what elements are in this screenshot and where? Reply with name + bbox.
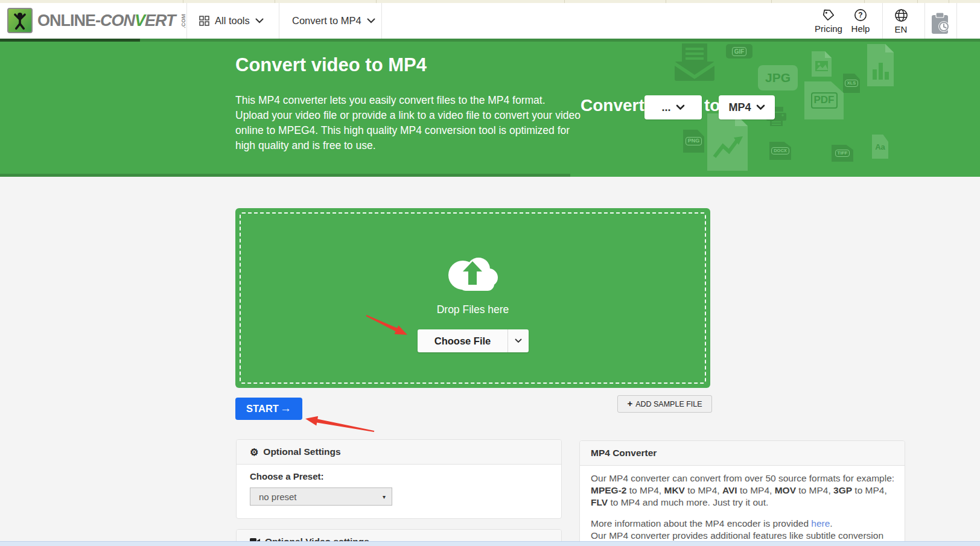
source-format-value: ...: [661, 101, 670, 114]
optional-settings-header[interactable]: ⚙ Optional Settings: [237, 440, 561, 465]
font-file-icon: Aa: [872, 135, 888, 159]
hero-top-strip: [140, 39, 980, 42]
optional-settings-panel: ⚙ Optional Settings Choose a Preset: no …: [236, 439, 562, 519]
page-description: This MP4 converter lets you easily conve…: [235, 93, 581, 153]
choose-file-dropdown[interactable]: [508, 329, 529, 352]
png-file-icon: PNG: [683, 130, 704, 153]
language-button[interactable]: EN: [883, 8, 919, 34]
add-sample-file-button[interactable]: + ADD SAMPLE FILE: [617, 395, 712, 413]
conversion-history-button[interactable]: [925, 10, 956, 37]
nav-convert-to-mp4[interactable]: Convert to MP4: [292, 3, 375, 39]
hero-top-strip-dark: [0, 39, 140, 42]
site-header: ONLINE-CONVERT.COM All tools Convert to …: [0, 3, 980, 39]
preset-label: Choose a Preset:: [250, 471, 324, 481]
mp4-converter-title: MP4 Converter: [591, 448, 657, 459]
site-logo[interactable]: ONLINE-CONVERT.COM: [7, 8, 190, 33]
hero-bottom-strip: [0, 174, 570, 177]
start-button[interactable]: START→: [235, 398, 302, 420]
mail-icon: [675, 43, 714, 81]
drop-zone-dashed-border: [240, 212, 706, 384]
svg-text:?: ?: [858, 11, 862, 19]
globe-icon: [894, 8, 908, 22]
language-label: EN: [895, 24, 908, 34]
add-sample-file-label: ADD SAMPLE FILE: [635, 400, 702, 408]
target-format-value: MP4: [728, 101, 751, 114]
preset-value: no preset: [259, 492, 297, 502]
nav-all-tools[interactable]: All tools: [199, 3, 264, 39]
start-label: START: [246, 403, 279, 414]
image-file-icon: [812, 51, 832, 77]
chevron-down-icon: [255, 18, 264, 24]
choose-file-button[interactable]: Choose File: [418, 329, 529, 352]
file-drop-zone[interactable]: Drop Files here Choose File: [235, 208, 710, 388]
xls-file-icon: XLS: [843, 74, 860, 93]
browser-bottom-bar: [0, 541, 980, 546]
pricing-button[interactable]: Pricing: [810, 8, 847, 34]
more-info-link[interactable]: here: [811, 518, 830, 529]
mp4-converter-panel: MP4 Converter Our MP4 converter can conv…: [579, 440, 905, 546]
convert-word-label: Convert: [581, 96, 644, 115]
help-question-icon: ?: [854, 8, 867, 22]
online-convert-page: ONLINE-CONVERT.COM All tools Convert to …: [0, 0, 980, 546]
bar-chart-file-icon: [867, 44, 894, 86]
grid-icon: [199, 16, 209, 26]
target-format-dropdown[interactable]: MP4: [719, 95, 775, 119]
chevron-down-icon: [756, 104, 765, 110]
optional-settings-title: Optional Settings: [263, 446, 340, 457]
docx-file-icon: DOCX: [769, 142, 791, 160]
clipboard-clock-icon: [931, 12, 951, 35]
gif-badge-icon: GIF: [726, 44, 752, 59]
help-button[interactable]: ? Help: [842, 8, 879, 34]
plus-icon: +: [627, 398, 632, 408]
gear-icon: ⚙: [250, 446, 258, 458]
preset-select[interactable]: no preset ▾: [250, 487, 392, 506]
brand-text: ONLINE-CONVERT.COM: [37, 11, 190, 30]
source-format-dropdown[interactable]: ...: [644, 95, 702, 119]
chevron-down-icon: [676, 104, 685, 110]
jpg-badge-icon: JPG: [758, 65, 798, 90]
annotation-arrow-start: [305, 416, 374, 432]
page-title: Convert video to MP4: [235, 54, 427, 76]
chevron-down-icon: [367, 18, 375, 24]
nav-all-tools-label: All tools: [215, 15, 250, 27]
select-caret-icon: ▾: [383, 494, 386, 500]
choose-file-label: Choose File: [418, 329, 508, 352]
tiff-file-icon: TIFF: [832, 145, 853, 162]
to-word-label: to: [704, 96, 720, 115]
mp4-converter-body: Our MP4 converter can convert from over …: [591, 472, 895, 542]
chevron-down-icon: [515, 338, 522, 343]
mp4-more-info-line: More information about the MP4 encoder i…: [591, 518, 895, 530]
pdf-file-icon: PDF: [804, 81, 844, 119]
mp4-converter-paragraph: Our MP4 converter can convert from over …: [591, 472, 895, 509]
nav-convert-to-mp4-label: Convert to MP4: [292, 15, 361, 27]
pricing-label: Pricing: [815, 24, 842, 34]
help-label: Help: [851, 24, 870, 34]
price-tag-icon: [822, 8, 835, 22]
start-arrow-icon: →: [280, 402, 291, 415]
drop-files-label: Drop Files here: [235, 303, 710, 316]
logo-figure-icon: [7, 8, 33, 33]
mp4-features-line: Our MP4 converter provides additional fe…: [591, 530, 895, 542]
mp4-converter-header: MP4 Converter: [580, 441, 905, 466]
line-chart-file-icon: [707, 113, 748, 171]
upload-cloud-icon: [441, 246, 504, 295]
